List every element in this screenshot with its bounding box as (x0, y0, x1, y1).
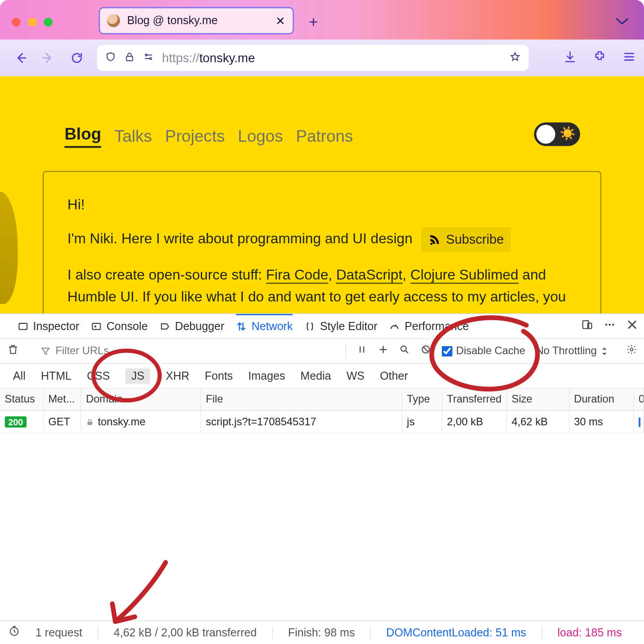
title-bar: Blog @ tonsky.me ✕ + (0, 0, 644, 40)
disable-cache-checkbox[interactable]: Disable Cache (442, 345, 525, 357)
filter-all[interactable]: All (13, 369, 25, 382)
filter-css[interactable]: CSS (87, 369, 110, 382)
cell-method: GET (43, 411, 81, 433)
timer-icon[interactable] (8, 625, 20, 640)
downloads-icon[interactable] (564, 50, 576, 65)
nav-talks[interactable]: Talks (114, 127, 152, 146)
settings-gear-icon[interactable] (626, 344, 637, 358)
url-bar[interactable]: https://tonsky.me (97, 45, 529, 71)
col-size[interactable]: Size (507, 389, 569, 411)
filter-js[interactable]: JS (125, 368, 150, 383)
col-file[interactable]: File (201, 389, 402, 411)
link-clojure-sublimed[interactable]: Clojure Sublimed (410, 267, 518, 284)
subscribe-button[interactable]: Subscribe (421, 227, 511, 252)
close-tab-icon[interactable]: ✕ (275, 13, 285, 28)
status-finish: Finish: 98 ms (288, 626, 355, 639)
status-requests: 1 request (35, 626, 82, 639)
col-duration[interactable]: Duration (569, 389, 634, 411)
disable-cache-input[interactable] (442, 346, 453, 356)
filter-media[interactable]: Media (301, 369, 331, 382)
reload-button[interactable] (64, 45, 90, 71)
filter-fonts[interactable]: Fonts (205, 369, 233, 382)
network-row[interactable]: 200 GET tonsky.me script.js?t=1708545317… (0, 411, 644, 433)
filter-urls[interactable] (40, 345, 127, 357)
col-waterfall[interactable]: 0 (634, 389, 644, 411)
filter-html[interactable]: HTML (41, 369, 71, 382)
kebab-menu-icon[interactable] (604, 319, 615, 334)
svg-rect-14 (88, 422, 93, 425)
browser-tab[interactable]: Blog @ tonsky.me ✕ (99, 7, 294, 34)
col-status[interactable]: Status (0, 389, 43, 411)
svg-point-8 (605, 324, 607, 326)
svg-point-2 (150, 58, 152, 59)
menu-icon[interactable] (623, 50, 636, 65)
col-method[interactable]: Met... (43, 389, 81, 411)
tab-inspector[interactable]: Inspector (18, 314, 80, 338)
network-toolbar: Disable Cache No Throttling (0, 339, 644, 364)
intro-line1: I'm Niki. Here I write about programming… (68, 227, 577, 252)
bookmark-star-icon[interactable] (510, 51, 521, 64)
toolbar-right (564, 50, 636, 65)
cell-duration: 30 ms (569, 411, 634, 433)
responsive-mode-icon[interactable] (581, 319, 593, 334)
svg-point-1 (145, 54, 147, 56)
forward-button[interactable] (34, 45, 60, 71)
site-nav: Blog Talks Projects Logos Patrons (64, 125, 353, 148)
list-tabs-button[interactable] (616, 17, 629, 27)
link-datascript[interactable]: DataScript (336, 267, 402, 284)
tab-performance[interactable]: Performance (389, 314, 469, 338)
url-text: https://tonsky.me (162, 51, 255, 65)
filter-other[interactable]: Other (380, 369, 408, 382)
sun-icon: ☀️ (559, 126, 576, 141)
rss-icon (428, 233, 441, 246)
tab-console[interactable]: Console (91, 314, 148, 338)
tab-style-editor[interactable]: Style Editor (305, 314, 377, 338)
svg-rect-0 (127, 56, 133, 61)
intro-hi: Hi! (68, 193, 577, 215)
nav-patrons[interactable]: Patrons (296, 127, 353, 146)
throttling-select[interactable]: No Throttling (536, 345, 610, 357)
filter-input[interactable] (55, 345, 127, 357)
lock-icon (86, 416, 94, 428)
col-domain[interactable]: Domain (81, 389, 201, 411)
filter-images[interactable]: Images (248, 369, 285, 382)
extensions-icon[interactable] (593, 50, 606, 65)
add-icon[interactable] (378, 344, 389, 358)
shield-icon[interactable] (105, 51, 116, 64)
tab-debugger[interactable]: Debugger (160, 314, 225, 338)
new-tab-button[interactable]: + (305, 13, 322, 30)
page-content: Blog Talks Projects Logos Patrons ☀️ Hi!… (0, 76, 644, 314)
svg-point-10 (612, 324, 614, 326)
filter-xhr[interactable]: XHR (165, 369, 189, 382)
search-icon[interactable] (399, 344, 410, 358)
close-devtools-icon[interactable] (626, 319, 638, 334)
browser-toolbar: https://tonsky.me (0, 40, 644, 76)
intro-line2: I also create open-source stuff: Fira Co… (68, 264, 577, 308)
cell-waterfall: 3 (634, 411, 644, 433)
maximize-window-button[interactable] (44, 18, 53, 27)
minimize-window-button[interactable] (28, 18, 37, 27)
favicon (107, 14, 120, 27)
toggle-knob (536, 125, 555, 144)
trash-icon[interactable] (7, 343, 19, 358)
filter-ws[interactable]: WS (347, 369, 364, 382)
nav-projects[interactable]: Projects (165, 127, 225, 146)
tab-network[interactable]: Network (236, 314, 293, 338)
nav-blog[interactable]: Blog (64, 125, 101, 148)
link-fira-code[interactable]: Fira Code (266, 267, 328, 284)
network-type-filters: All HTML CSS JS XHR Fonts Images Media W… (0, 364, 644, 389)
lock-icon[interactable] (124, 51, 135, 64)
devtools-tabs: Inspector Console Debugger Network Style… (0, 314, 644, 339)
pause-icon[interactable] (357, 344, 368, 358)
col-type[interactable]: Type (402, 389, 442, 411)
permissions-icon[interactable] (143, 51, 154, 64)
intro-card: Hi! I'm Niki. Here I write about program… (42, 171, 602, 314)
block-icon[interactable] (420, 344, 431, 358)
close-window-button[interactable] (12, 18, 21, 27)
back-button[interactable] (8, 45, 34, 71)
window-controls (12, 18, 52, 27)
nav-logos[interactable]: Logos (238, 127, 283, 146)
status-load: load: 185 ms (557, 626, 622, 639)
col-transferred[interactable]: Transferred (442, 389, 507, 411)
theme-toggle[interactable]: ☀️ (534, 123, 580, 146)
